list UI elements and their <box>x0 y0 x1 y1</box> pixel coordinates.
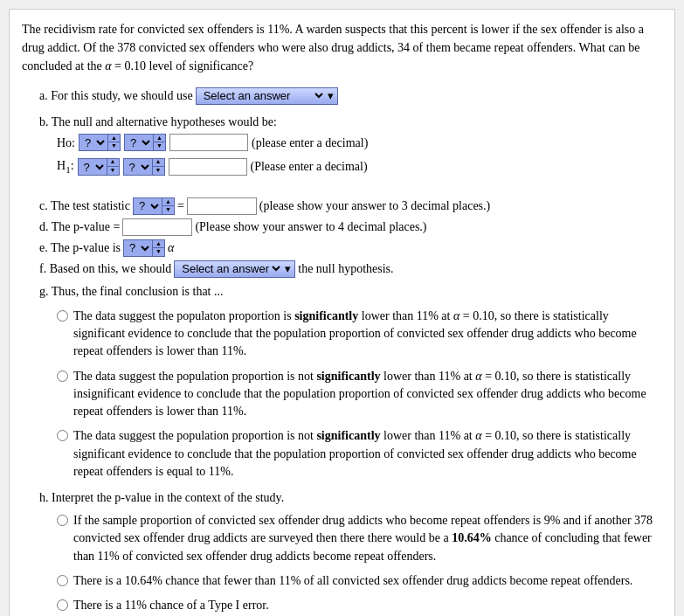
part-f-suffix: the null hypothesis. <box>298 262 393 276</box>
h1-op-spinner[interactable]: ?=<>≤≥≠ ▲ ▼ <box>123 158 165 176</box>
part-a-select-wrapper[interactable]: Select an answer z-test for a proportion… <box>196 87 338 105</box>
equals-sign: = <box>177 199 184 213</box>
radio-h3[interactable] <box>57 599 68 611</box>
h1-row: H1: ?pμ ▲ ▼ ?=<>≤≥≠ ▲ ▼ <box>57 156 662 177</box>
alpha-symbol: α <box>168 241 174 255</box>
radio-h2[interactable] <box>57 575 68 586</box>
ho-hint: (please enter a decimal) <box>252 133 368 154</box>
radio-h3-text: There is a 11% chance of a Type I error. <box>73 597 269 614</box>
h1-op-down-icon[interactable]: ▼ <box>153 167 164 175</box>
part-b-label: b. The null and alternative hypotheses w… <box>39 112 662 133</box>
ho-symbol-spinner[interactable]: ?pμ ▲ ▼ <box>79 134 121 151</box>
radio-h1-option: If the sample proportion of convicted se… <box>57 512 662 565</box>
ho-symbol-select[interactable]: ?pμ <box>79 135 107 150</box>
h1-symbol-down-icon[interactable]: ▼ <box>107 167 119 175</box>
part-a-label: a. For this study, we should use <box>39 86 193 107</box>
part-d-hint: (Please show your answer to 4 decimal pl… <box>195 220 426 234</box>
h1-label: H1: <box>57 156 74 177</box>
ho-op-down-icon[interactable]: ▼ <box>154 142 165 150</box>
test-stat-symbol-select[interactable]: ?zt <box>134 198 162 214</box>
part-c-label: c. The test statistic <box>39 199 130 213</box>
part-h-label: h. Interpret the p-value in the context … <box>39 488 662 509</box>
problem-statement: The recidivism rate for convicted sex of… <box>22 20 662 75</box>
test-stat-spinner[interactable]: ?zt ▲ ▼ <box>133 197 175 215</box>
part-g-label: g. Thus, the final conclusion is that ..… <box>39 285 224 298</box>
radio-g2[interactable] <box>57 370 68 382</box>
pval-compare-select[interactable]: ?<>= <box>124 240 152 256</box>
part-a: a. For this study, we should use Select … <box>22 86 662 107</box>
part-f-label: f. Based on this, we should <box>39 262 171 276</box>
part-d-label: d. The p-value = <box>39 220 120 234</box>
part-f-select-wrapper[interactable]: Select an answer reject fail to reject ▾ <box>174 260 295 278</box>
radio-h1[interactable] <box>57 515 68 526</box>
dropdown-arrow-icon: ▾ <box>328 87 334 106</box>
pval-compare-spinner[interactable]: ?<>= ▲ ▼ <box>123 239 165 257</box>
radio-h1-text: If the sample proportion of convicted se… <box>73 512 662 565</box>
ho-op-spinner[interactable]: ?=<>≤≥≠ ▲ ▼ <box>124 134 166 151</box>
part-c-hint: (please show your answer to 3 decimal pl… <box>259 199 490 213</box>
radio-g1-option: The data suggest the populaton proportio… <box>57 308 662 361</box>
pval-compare-up-icon[interactable]: ▲ <box>153 240 164 248</box>
radio-g3-text: The data suggest the population proporti… <box>73 427 662 481</box>
radio-g3-option: The data suggest the population proporti… <box>57 427 662 481</box>
test-stat-input[interactable] <box>187 197 257 215</box>
part-g: g. Thus, the final conclusion is that ..… <box>39 281 662 302</box>
radio-g2-option: The data suggest the population proporti… <box>57 368 662 421</box>
part-h-text: h. Interpret the p-value in the context … <box>39 491 284 504</box>
part-e-label: e. The p-value is <box>39 241 121 255</box>
ho-value-input[interactable] <box>169 134 248 151</box>
h1-symbol-spinner[interactable]: ?pμ ▲ ▼ <box>78 158 120 176</box>
h1-op-select[interactable]: ?=<>≤≥≠ <box>124 159 152 175</box>
radio-g3[interactable] <box>57 430 68 441</box>
pvalue-input[interactable] <box>122 218 192 236</box>
part-f-select[interactable]: Select an answer reject fail to reject <box>178 261 283 276</box>
part-c: c. The test statistic ?zt ▲ ▼ = (please … <box>39 197 662 215</box>
ho-label: Ho: <box>57 133 75 154</box>
radio-h3-option: There is a 11% chance of a Type I error. <box>57 597 662 614</box>
test-stat-up-icon[interactable]: ▲ <box>162 198 174 206</box>
pval-compare-down-icon[interactable]: ▼ <box>153 248 164 256</box>
part-f: f. Based on this, we should Select an an… <box>39 260 662 278</box>
h1-symbol-select[interactable]: ?pμ <box>79 159 107 175</box>
part-e: e. The p-value is ?<>= ▲ ▼ α <box>39 239 662 257</box>
ho-symbol-down-icon[interactable]: ▼ <box>108 142 120 150</box>
radio-h2-text: There is a 10.64% chance that fewer than… <box>73 572 632 590</box>
ho-op-select[interactable]: ?=<>≤≥≠ <box>125 135 153 150</box>
part-d: d. The p-value = (Please show your answe… <box>39 218 662 236</box>
part-b: b. The null and alternative hypotheses w… <box>22 112 662 178</box>
part-f-dropdown-arrow-icon: ▾ <box>285 262 291 276</box>
main-container: The recidivism rate for convicted sex of… <box>9 9 675 616</box>
test-stat-down-icon[interactable]: ▼ <box>162 206 174 214</box>
ho-row: Ho: ?pμ ▲ ▼ ?=<>≤≥≠ ▲ ▼ <box>57 133 662 154</box>
h1-value-input[interactable] <box>169 158 247 176</box>
radio-h2-option: There is a 10.64% chance that fewer than… <box>57 572 662 590</box>
h1-hint: (Please enter a decimal) <box>251 156 368 177</box>
radio-g1-text: The data suggest the populaton proportio… <box>73 308 662 361</box>
part-a-select[interactable]: Select an answer z-test for a proportion… <box>200 88 326 103</box>
radio-g1[interactable] <box>57 310 68 322</box>
radio-g2-text: The data suggest the population proporti… <box>73 368 662 421</box>
